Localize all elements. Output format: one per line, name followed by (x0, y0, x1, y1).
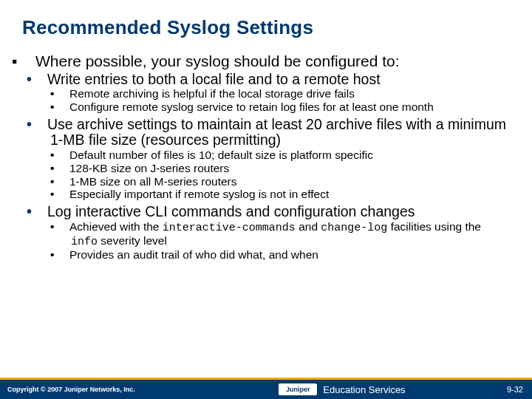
dot-bullet-icon: • (38, 117, 47, 133)
dot-bullet-icon: • (38, 72, 47, 88)
slide: Recommended Syslog Settings ▪Where possi… (0, 0, 532, 399)
dot-bullet-icon: • (61, 87, 69, 100)
dot-bullet-icon: • (61, 149, 69, 162)
slide-title: Recommended Syslog Settings (0, 0, 532, 44)
dot-bullet-icon: • (61, 175, 69, 188)
lvl1-text: Where possible, your syslog should be co… (35, 52, 400, 69)
juniper-logo-icon: Juniper (279, 383, 317, 395)
lvl3-rich: Achieved with the interactive-commands a… (69, 220, 481, 247)
lvl3-text: 128-KB size on J-series routers (69, 162, 229, 174)
bullet-lvl3: •128-KB size on J-series routers (61, 162, 507, 175)
bullet-lvl3: •1-MB size on all M-series routers (61, 175, 507, 188)
lvl3-text: Provides an audit trail of who did what,… (69, 248, 318, 261)
code-fragment: change-log (321, 222, 387, 234)
group-2: •Log interactive CLI commands and config… (25, 204, 507, 262)
dot-bullet-icon: • (38, 204, 47, 220)
footer-bar: Copyright © 2007 Juniper Networks, Inc. … (0, 380, 532, 399)
footer-service: Education Services (323, 384, 405, 395)
bullet-lvl2: •Log interactive CLI commands and config… (38, 204, 507, 220)
lvl2-text: Log interactive CLI commands and configu… (47, 203, 415, 219)
dot-bullet-icon: • (61, 220, 69, 233)
dot-bullet-icon: • (61, 188, 69, 201)
bullet-lvl2: •Write entries to both a local file and … (38, 72, 507, 88)
lvl2-text: Write entries to both a local file and t… (47, 71, 381, 87)
group-1: •Use archive settings to maintain at lea… (25, 117, 507, 201)
dot-bullet-icon: • (61, 248, 69, 262)
text-fragment: Achieved with the (69, 220, 163, 233)
bullet-lvl2: •Use archive settings to maintain at lea… (38, 117, 507, 149)
footer-center: Juniper Education Services (177, 383, 507, 395)
footer: Copyright © 2007 Juniper Networks, Inc. … (0, 378, 532, 399)
dot-bullet-icon: • (61, 162, 69, 175)
lvl3-text: Remote archiving is helpful if the local… (69, 87, 355, 100)
bullet-lvl3: •Default number of files is 10; default … (61, 149, 507, 162)
code-fragment: info (71, 236, 98, 248)
code-fragment: interactive-commands (163, 222, 296, 234)
lvl2-text: Use archive settings to maintain at leas… (47, 116, 506, 149)
lvl3-text: Especially important if remote syslog is… (69, 188, 329, 200)
bullet-lvl3: •Remote archiving is helpful if the loca… (61, 87, 507, 100)
dot-bullet-icon: • (61, 100, 69, 114)
lvl3-text: 1-MB size on all M-series routers (69, 175, 237, 188)
text-fragment: severity level (98, 234, 167, 247)
bullet-lvl1: ▪Where possible, your syslog should be c… (25, 52, 507, 70)
bullet-lvl3: •Especially important if remote syslog i… (61, 188, 507, 201)
bullet-lvl3: •Configure remote syslog service to reta… (61, 100, 507, 114)
text-fragment: and (296, 220, 321, 233)
text-fragment: facilities using the (387, 220, 481, 233)
lvl3-text: Default number of files is 10; default s… (69, 149, 373, 161)
bullet-lvl3: •Achieved with the interactive-commands … (61, 220, 507, 248)
group-0: •Write entries to both a local file and … (25, 72, 507, 114)
slide-content: ▪Where possible, your syslog should be c… (0, 44, 532, 265)
page-number: 9-32 (507, 385, 532, 394)
lvl3-text: Configure remote syslog service to retai… (69, 100, 434, 113)
square-bullet-icon: ▪ (25, 52, 35, 70)
bullet-lvl3: •Provides an audit trail of who did what… (61, 248, 507, 262)
copyright-text: Copyright © 2007 Juniper Networks, Inc. (0, 386, 177, 393)
